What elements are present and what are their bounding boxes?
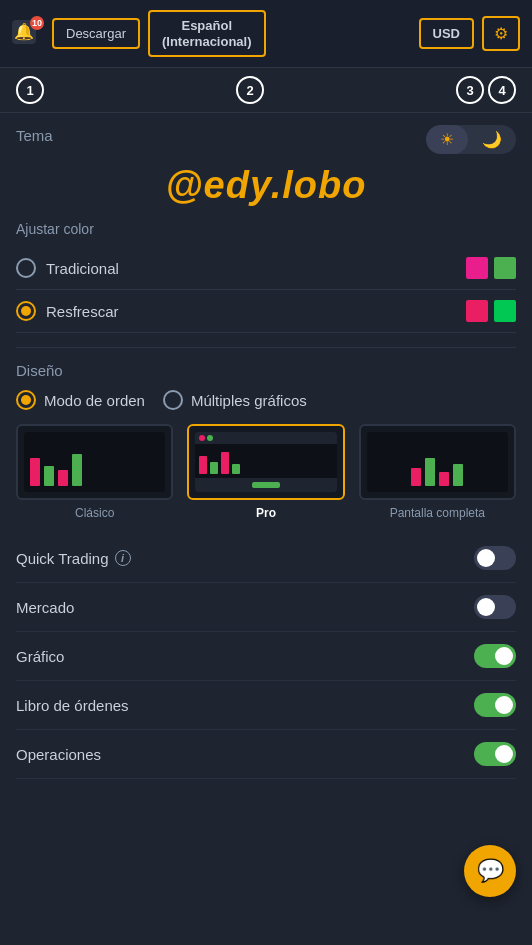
theme-light-button[interactable]: ☀ — [426, 125, 468, 154]
radio-resfrescar[interactable] — [16, 301, 36, 321]
classic-bars — [24, 448, 165, 492]
toggle-label-quick-trading: Quick Trading i — [16, 550, 474, 567]
toggle-row-libro: Libro de órdenes — [16, 681, 516, 730]
toggle-switch-operaciones[interactable] — [474, 742, 516, 766]
tema-label: Tema — [16, 127, 53, 144]
label-multiples-graficos: Múltiples gráficos — [191, 392, 307, 409]
bar-r1 — [30, 458, 40, 486]
divider-1 — [16, 347, 516, 348]
swatch-red-1 — [466, 257, 488, 279]
full-bar-r2 — [439, 472, 449, 486]
toggle-label-libro: Libro de órdenes — [16, 697, 474, 714]
swatches-tradicional — [466, 257, 516, 279]
label-mercado: Mercado — [16, 599, 74, 616]
pro-bottom — [195, 478, 336, 492]
step-2[interactable]: 2 — [236, 76, 264, 104]
option-multiples-graficos[interactable]: Múltiples gráficos — [163, 390, 307, 410]
full-bar-g1 — [425, 458, 435, 486]
notification-badge: 🔔 10 — [12, 20, 40, 48]
radio-inner-resfrescar — [21, 306, 31, 316]
pro-inner — [195, 432, 336, 492]
card-label-clasico: Clásico — [16, 506, 173, 520]
toggle-row-grafico: Gráfico — [16, 632, 516, 681]
settings-button[interactable]: ⚙ — [482, 16, 520, 51]
theme-dark-button[interactable]: 🌙 — [468, 125, 516, 154]
download-button[interactable]: Descargar — [52, 18, 140, 49]
toggle-switch-mercado[interactable] — [474, 595, 516, 619]
currency-button[interactable]: USD — [419, 18, 474, 49]
option-modo-orden[interactable]: Modo de orden — [16, 390, 145, 410]
card-labels: Clásico Pro Pantalla completa — [16, 506, 516, 520]
label-quick-trading: Quick Trading — [16, 550, 109, 567]
language-button[interactable]: Español(Internacional) — [148, 10, 266, 57]
label-resfrescar: Resfrescar — [46, 303, 456, 320]
swatch-green-1 — [494, 257, 516, 279]
layout-card-fullscreen[interactable] — [359, 424, 516, 500]
bar-g2 — [72, 454, 82, 486]
color-option-resfrescar[interactable]: Resfrescar — [16, 290, 516, 333]
toggle-label-operaciones: Operaciones — [16, 746, 474, 763]
pro-dot-red — [199, 435, 205, 441]
bar-g1 — [44, 466, 54, 486]
toggle-switch-quick-trading[interactable] — [474, 546, 516, 570]
diseno-label: Diseño — [16, 362, 63, 379]
card-inner-pro — [195, 432, 336, 492]
logo: @edy.lobo — [16, 164, 516, 207]
steps-row: 1 2 3 4 — [0, 68, 532, 113]
pro-bar-r2 — [221, 452, 229, 474]
swatch-darkgreen-2 — [494, 300, 516, 322]
toggle-label-grafico: Gráfico — [16, 648, 474, 665]
tema-row: Tema ☀ 🌙 — [16, 125, 516, 154]
theme-toggle[interactable]: ☀ 🌙 — [426, 125, 516, 154]
radio-modo-orden[interactable] — [16, 390, 36, 410]
layout-card-pro[interactable] — [187, 424, 344, 500]
swatches-resfrescar — [466, 300, 516, 322]
header: 🔔 10 Descargar Español(Internacional) US… — [0, 0, 532, 68]
card-label-fullscreen: Pantalla completa — [359, 506, 516, 520]
toggle-switch-libro[interactable] — [474, 693, 516, 717]
pro-bar-r1 — [199, 456, 207, 474]
layout-cards — [16, 424, 516, 500]
pro-dot-green — [207, 435, 213, 441]
toggle-row-mercado: Mercado — [16, 583, 516, 632]
pro-top-bar — [195, 432, 336, 444]
full-bar-r1 — [411, 468, 421, 486]
fab-chat-button[interactable]: 💬 — [464, 845, 516, 897]
label-grafico: Gráfico — [16, 648, 64, 665]
color-adjust-label: Ajustar color — [16, 221, 516, 237]
card-inner-fullscreen — [367, 432, 508, 492]
swatch-darkred-2 — [466, 300, 488, 322]
layout-card-clasico[interactable] — [16, 424, 173, 500]
full-inner — [367, 452, 508, 492]
pro-bar-g1 — [210, 462, 218, 474]
label-operaciones: Operaciones — [16, 746, 101, 763]
label-libro: Libro de órdenes — [16, 697, 129, 714]
card-label-pro: Pro — [187, 506, 344, 520]
toggle-switch-grafico[interactable] — [474, 644, 516, 668]
pro-candles — [195, 444, 336, 478]
radio-tradicional[interactable] — [16, 258, 36, 278]
diseno-radio-group: Modo de orden Múltiples gráficos — [16, 390, 516, 410]
step-3[interactable]: 3 — [456, 76, 484, 104]
badge-count: 10 — [30, 16, 44, 30]
color-option-tradicional[interactable]: Tradicional — [16, 247, 516, 290]
content: Tema ☀ 🌙 @edy.lobo Ajustar color Tradici… — [0, 113, 532, 791]
toggle-row-operaciones: Operaciones — [16, 730, 516, 779]
label-tradicional: Tradicional — [46, 260, 456, 277]
pro-bar-g2 — [232, 464, 240, 474]
pro-bottom-bar — [252, 482, 280, 488]
bar-r2 — [58, 470, 68, 486]
toggle-row-quick-trading: Quick Trading i — [16, 534, 516, 583]
radio-multiples[interactable] — [163, 390, 183, 410]
step-1[interactable]: 1 — [16, 76, 44, 104]
info-icon-quick-trading[interactable]: i — [115, 550, 131, 566]
radio-inner-modo — [21, 395, 31, 405]
step-4[interactable]: 4 — [488, 76, 516, 104]
card-inner-clasico — [24, 432, 165, 492]
full-bar-g2 — [453, 464, 463, 486]
label-modo-orden: Modo de orden — [44, 392, 145, 409]
toggle-label-mercado: Mercado — [16, 599, 474, 616]
toggle-section: Quick Trading i Mercado Gráfico — [16, 534, 516, 779]
